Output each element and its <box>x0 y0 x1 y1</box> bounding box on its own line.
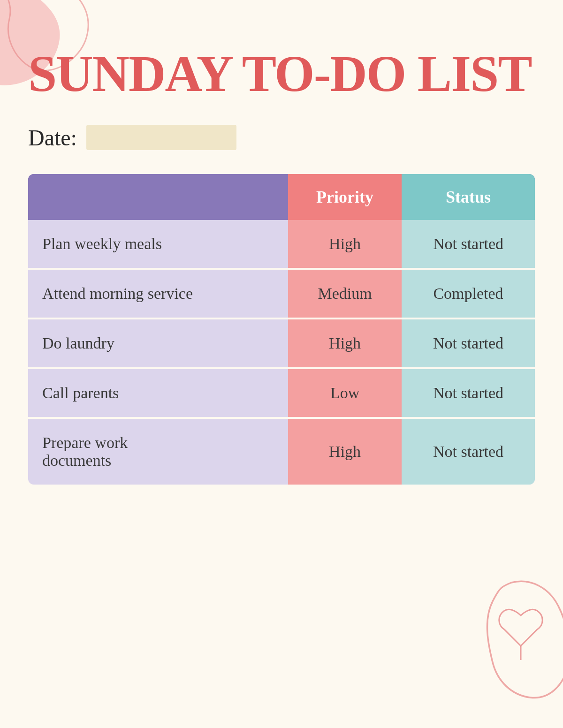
cell-status: Completed <box>402 269 535 318</box>
table-row: Call parentsLowNot started <box>28 368 535 418</box>
cell-task: Attend morning service <box>28 269 288 318</box>
cell-task: Prepare workdocuments <box>28 418 288 485</box>
cell-task: Call parents <box>28 368 288 418</box>
table-header-row: Priority Status <box>28 174 535 220</box>
page-title: SUNDAY TO-DO LIST <box>28 47 535 101</box>
todo-table: Priority Status Plan weekly mealsHighNot… <box>28 174 535 485</box>
cell-priority: Low <box>288 368 402 418</box>
th-priority: Priority <box>288 174 402 220</box>
cell-task: Do laundry <box>28 318 288 368</box>
cell-status: Not started <box>402 220 535 269</box>
cell-status: Not started <box>402 318 535 368</box>
cell-priority: Medium <box>288 269 402 318</box>
cell-priority: High <box>288 318 402 368</box>
date-label: Date: <box>28 125 77 151</box>
cell-task: Plan weekly meals <box>28 220 288 269</box>
cell-status: Not started <box>402 368 535 418</box>
cell-priority: High <box>288 220 402 269</box>
cell-status: Not started <box>402 418 535 485</box>
table-row: Attend morning serviceMediumCompleted <box>28 269 535 318</box>
decorative-blob-bottom-right <box>474 578 563 700</box>
date-input[interactable] <box>86 125 236 150</box>
th-status: Status <box>402 174 535 220</box>
date-row: Date: <box>28 125 535 151</box>
table-row: Prepare workdocumentsHighNot started <box>28 418 535 485</box>
table-row: Plan weekly mealsHighNot started <box>28 220 535 269</box>
cell-priority: High <box>288 418 402 485</box>
th-task <box>28 174 288 220</box>
table-row: Do laundryHighNot started <box>28 318 535 368</box>
